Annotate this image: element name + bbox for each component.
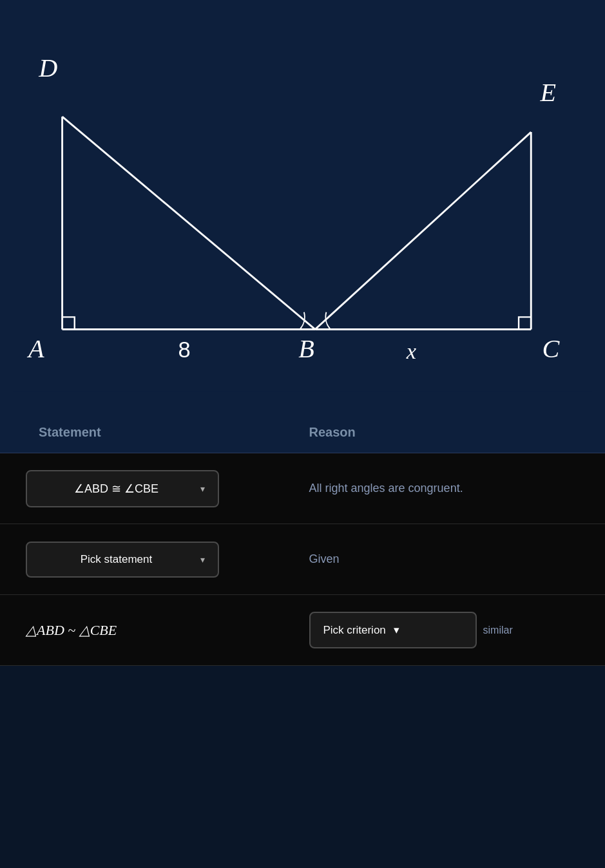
proof-header-reason: Reason bbox=[296, 425, 567, 440]
proof-statement-cell-1: ∠ABD ≅ ∠CBE ▾ bbox=[26, 470, 296, 507]
similarity-suffix: similar bbox=[477, 625, 513, 636]
statement-dropdown-2[interactable]: Pick statement ▾ bbox=[26, 542, 219, 578]
chevron-down-icon-1: ▾ bbox=[200, 484, 205, 494]
label-d: D bbox=[38, 53, 57, 82]
label-e: E bbox=[540, 78, 557, 107]
label-c: C bbox=[542, 334, 560, 363]
label-8: 8 bbox=[178, 337, 191, 362]
label-b: B bbox=[298, 334, 314, 363]
reason-1-text: All right angles are congruent. bbox=[309, 482, 463, 495]
proof-header-statement: Statement bbox=[39, 425, 296, 440]
proof-statement-cell-3: △ABD ~ △CBE bbox=[26, 622, 296, 639]
proof-row-1: ∠ABD ≅ ∠CBE ▾ All right angles are congr… bbox=[0, 453, 605, 524]
proof-row-3: △ABD ~ △CBE Pick criterion ▾ similar bbox=[0, 595, 605, 666]
proof-row-2: Pick statement ▾ Given bbox=[0, 524, 605, 595]
statement-1-text: ∠ABD ≅ ∠CBE bbox=[40, 482, 193, 496]
proof-reason-cell-2: Given bbox=[296, 552, 580, 566]
chevron-down-icon-2: ▾ bbox=[200, 554, 205, 565]
label-x: x bbox=[406, 339, 417, 363]
statement-dropdown-1[interactable]: ∠ABD ≅ ∠CBE ▾ bbox=[26, 470, 219, 507]
criterion-dropdown-3[interactable]: Pick criterion ▾ bbox=[309, 612, 477, 648]
proof-section: Statement Reason ∠ABD ≅ ∠CBE ▾ All right… bbox=[0, 412, 605, 666]
reason-2-text: Given bbox=[309, 552, 340, 566]
statement-3-text: △ABD ~ △CBE bbox=[26, 622, 117, 639]
proof-header: Statement Reason bbox=[0, 412, 605, 453]
diagram-section: D E A B C 8 x bbox=[0, 0, 605, 412]
statement-2-text: Pick statement bbox=[40, 553, 193, 566]
label-a: A bbox=[26, 334, 44, 363]
proof-statement-cell-2: Pick statement ▾ bbox=[26, 542, 296, 578]
criterion-3-text: Pick criterion bbox=[323, 624, 386, 637]
proof-reason-cell-3: Pick criterion ▾ similar bbox=[296, 612, 580, 648]
chevron-down-icon-3: ▾ bbox=[394, 623, 399, 637]
proof-reason-cell-1: All right angles are congruent. bbox=[296, 482, 580, 495]
